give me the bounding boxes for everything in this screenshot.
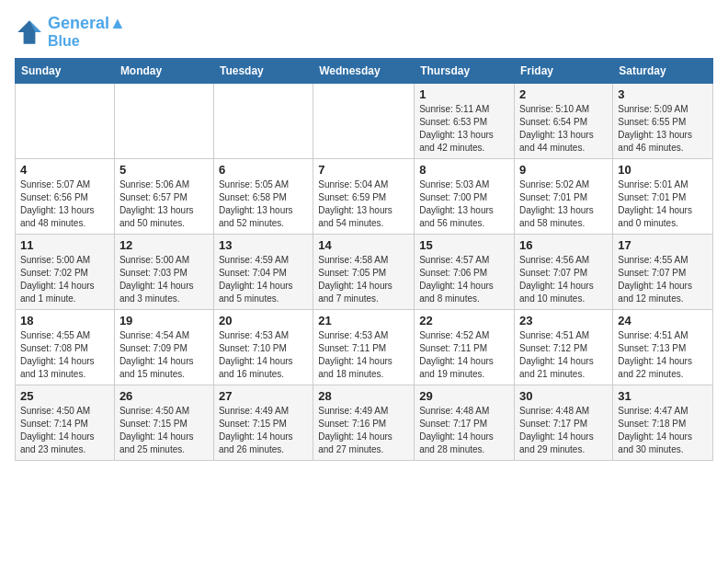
day-cell: 25Sunrise: 4:50 AMSunset: 7:14 PMDayligh… — [16, 385, 115, 461]
day-cell: 6Sunrise: 5:05 AMSunset: 6:58 PMDaylight… — [213, 159, 313, 235]
logo-text: General▲ Blue — [48, 15, 126, 49]
day-info: Sunrise: 4:54 AMSunset: 7:09 PMDaylight:… — [119, 329, 209, 381]
day-number: 3 — [618, 87, 708, 101]
day-number: 7 — [318, 163, 409, 177]
day-number: 2 — [519, 87, 608, 101]
day-info: Sunrise: 5:09 AMSunset: 6:55 PMDaylight:… — [618, 103, 708, 155]
day-info: Sunrise: 4:55 AMSunset: 7:07 PMDaylight:… — [618, 254, 708, 305]
header-cell-wednesday: Wednesday — [313, 59, 415, 84]
day-info: Sunrise: 5:11 AMSunset: 6:53 PMDaylight:… — [419, 103, 509, 155]
day-info: Sunrise: 4:55 AMSunset: 7:08 PMDaylight:… — [20, 329, 109, 381]
day-cell: 24Sunrise: 4:51 AMSunset: 7:13 PMDayligh… — [613, 310, 713, 385]
header-cell-monday: Monday — [114, 59, 213, 84]
logo-line2: Blue — [48, 33, 126, 50]
day-info: Sunrise: 4:48 AMSunset: 7:17 PMDaylight:… — [519, 405, 608, 456]
day-number: 5 — [119, 163, 209, 177]
day-info: Sunrise: 4:49 AMSunset: 7:15 PMDaylight:… — [219, 405, 308, 456]
day-info: Sunrise: 5:03 AMSunset: 7:00 PMDaylight:… — [419, 178, 509, 230]
day-cell: 2Sunrise: 5:10 AMSunset: 6:54 PMDaylight… — [515, 84, 613, 159]
day-cell: 1Sunrise: 5:11 AMSunset: 6:53 PMDaylight… — [415, 84, 515, 159]
day-cell: 15Sunrise: 4:57 AMSunset: 7:06 PMDayligh… — [415, 235, 515, 310]
day-number: 26 — [119, 389, 209, 403]
day-info: Sunrise: 5:06 AMSunset: 6:57 PMDaylight:… — [119, 178, 209, 230]
day-info: Sunrise: 4:51 AMSunset: 7:13 PMDaylight:… — [618, 329, 708, 381]
day-cell: 11Sunrise: 5:00 AMSunset: 7:02 PMDayligh… — [16, 235, 115, 310]
day-cell: 29Sunrise: 4:48 AMSunset: 7:17 PMDayligh… — [415, 385, 515, 461]
header-cell-friday: Friday — [515, 59, 613, 84]
day-cell: 27Sunrise: 4:49 AMSunset: 7:15 PMDayligh… — [213, 385, 313, 461]
day-cell: 14Sunrise: 4:58 AMSunset: 7:05 PMDayligh… — [313, 235, 415, 310]
day-cell: 28Sunrise: 4:49 AMSunset: 7:16 PMDayligh… — [313, 385, 415, 461]
header-cell-tuesday: Tuesday — [213, 59, 313, 84]
day-cell: 12Sunrise: 5:00 AMSunset: 7:03 PMDayligh… — [114, 235, 213, 310]
day-number: 13 — [219, 238, 308, 252]
day-cell: 16Sunrise: 4:56 AMSunset: 7:07 PMDayligh… — [515, 235, 613, 310]
day-info: Sunrise: 5:00 AMSunset: 7:03 PMDaylight:… — [119, 254, 209, 305]
day-info: Sunrise: 5:10 AMSunset: 6:54 PMDaylight:… — [519, 103, 608, 155]
day-cell: 3Sunrise: 5:09 AMSunset: 6:55 PMDaylight… — [613, 84, 713, 159]
day-info: Sunrise: 4:50 AMSunset: 7:14 PMDaylight:… — [20, 405, 109, 456]
day-number: 23 — [519, 314, 608, 327]
day-cell: 30Sunrise: 4:48 AMSunset: 7:17 PMDayligh… — [515, 385, 613, 461]
week-row-4: 18Sunrise: 4:55 AMSunset: 7:08 PMDayligh… — [16, 310, 713, 385]
header-cell-sunday: Sunday — [16, 59, 115, 84]
week-row-2: 4Sunrise: 5:07 AMSunset: 6:56 PMDaylight… — [16, 159, 713, 235]
day-info: Sunrise: 5:05 AMSunset: 6:58 PMDaylight:… — [219, 178, 308, 230]
day-cell — [114, 84, 213, 159]
calendar-body: 1Sunrise: 5:11 AMSunset: 6:53 PMDaylight… — [16, 84, 713, 461]
day-info: Sunrise: 4:48 AMSunset: 7:17 PMDaylight:… — [419, 405, 509, 456]
day-number: 21 — [318, 314, 409, 327]
day-cell: 10Sunrise: 5:01 AMSunset: 7:01 PMDayligh… — [613, 159, 713, 235]
day-number: 14 — [318, 238, 409, 252]
day-number: 24 — [618, 314, 708, 327]
day-info: Sunrise: 4:51 AMSunset: 7:12 PMDaylight:… — [519, 329, 608, 381]
day-number: 18 — [20, 314, 109, 327]
day-cell: 19Sunrise: 4:54 AMSunset: 7:09 PMDayligh… — [114, 310, 213, 385]
day-info: Sunrise: 4:50 AMSunset: 7:15 PMDaylight:… — [119, 405, 209, 456]
logo-line1: General — [48, 14, 109, 32]
day-cell: 18Sunrise: 4:55 AMSunset: 7:08 PMDayligh… — [16, 310, 115, 385]
day-number: 12 — [119, 238, 209, 252]
day-cell: 22Sunrise: 4:52 AMSunset: 7:11 PMDayligh… — [415, 310, 515, 385]
logo-icon — [15, 17, 44, 47]
day-info: Sunrise: 4:47 AMSunset: 7:18 PMDaylight:… — [618, 405, 708, 456]
day-cell: 4Sunrise: 5:07 AMSunset: 6:56 PMDaylight… — [16, 159, 115, 235]
day-info: Sunrise: 4:57 AMSunset: 7:06 PMDaylight:… — [419, 254, 509, 305]
day-info: Sunrise: 4:49 AMSunset: 7:16 PMDaylight:… — [318, 405, 409, 456]
header-cell-thursday: Thursday — [415, 59, 515, 84]
day-info: Sunrise: 4:58 AMSunset: 7:05 PMDaylight:… — [318, 254, 409, 305]
day-number: 30 — [519, 389, 608, 403]
day-cell: 23Sunrise: 4:51 AMSunset: 7:12 PMDayligh… — [515, 310, 613, 385]
week-row-3: 11Sunrise: 5:00 AMSunset: 7:02 PMDayligh… — [16, 235, 713, 310]
day-info: Sunrise: 4:53 AMSunset: 7:11 PMDaylight:… — [318, 329, 409, 381]
day-info: Sunrise: 4:59 AMSunset: 7:04 PMDaylight:… — [219, 254, 308, 305]
day-number: 17 — [618, 238, 708, 252]
calendar-table: SundayMondayTuesdayWednesdayThursdayFrid… — [15, 58, 713, 461]
day-cell: 26Sunrise: 4:50 AMSunset: 7:15 PMDayligh… — [114, 385, 213, 461]
logo: General▲ Blue — [15, 15, 126, 49]
day-cell: 21Sunrise: 4:53 AMSunset: 7:11 PMDayligh… — [313, 310, 415, 385]
day-number: 22 — [419, 314, 509, 327]
day-number: 6 — [219, 163, 308, 177]
day-number: 19 — [119, 314, 209, 327]
day-cell: 5Sunrise: 5:06 AMSunset: 6:57 PMDaylight… — [114, 159, 213, 235]
day-info: Sunrise: 5:00 AMSunset: 7:02 PMDaylight:… — [20, 254, 109, 305]
page-header: General▲ Blue — [15, 15, 713, 49]
calendar-header: SundayMondayTuesdayWednesdayThursdayFrid… — [16, 59, 713, 84]
day-number: 16 — [519, 238, 608, 252]
header-row: SundayMondayTuesdayWednesdayThursdayFrid… — [16, 59, 713, 84]
day-cell: 17Sunrise: 4:55 AMSunset: 7:07 PMDayligh… — [613, 235, 713, 310]
day-number: 29 — [419, 389, 509, 403]
day-info: Sunrise: 5:02 AMSunset: 7:01 PMDaylight:… — [519, 178, 608, 230]
day-cell: 9Sunrise: 5:02 AMSunset: 7:01 PMDaylight… — [515, 159, 613, 235]
day-info: Sunrise: 5:01 AMSunset: 7:01 PMDaylight:… — [618, 178, 708, 230]
day-info: Sunrise: 4:56 AMSunset: 7:07 PMDaylight:… — [519, 254, 608, 305]
week-row-1: 1Sunrise: 5:11 AMSunset: 6:53 PMDaylight… — [16, 84, 713, 159]
day-number: 8 — [419, 163, 509, 177]
day-number: 10 — [618, 163, 708, 177]
day-number: 11 — [20, 238, 109, 252]
day-number: 25 — [20, 389, 109, 403]
day-number: 20 — [219, 314, 308, 327]
day-info: Sunrise: 5:04 AMSunset: 6:59 PMDaylight:… — [318, 178, 409, 230]
day-cell: 31Sunrise: 4:47 AMSunset: 7:18 PMDayligh… — [613, 385, 713, 461]
